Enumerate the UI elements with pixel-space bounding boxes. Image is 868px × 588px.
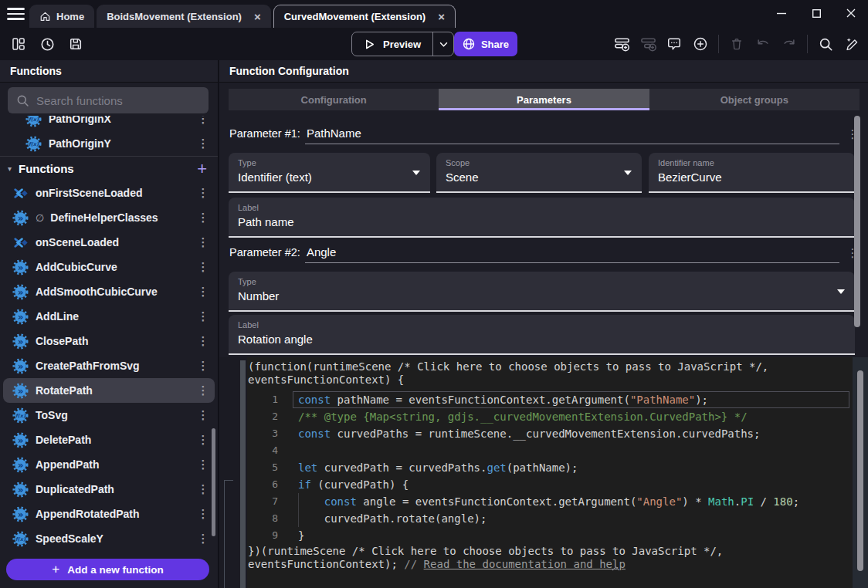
param1-label-field[interactable]: Label Path name bbox=[229, 198, 855, 238]
svg-text:»: » bbox=[18, 459, 24, 470]
close-window-icon[interactable] bbox=[844, 6, 858, 20]
code-lines[interactable]: 1const pathName = eventsFunctionContext.… bbox=[247, 391, 853, 544]
code-scrollbar-track[interactable] bbox=[853, 357, 868, 588]
kebab-menu-icon[interactable]: ⋮ bbox=[196, 235, 210, 249]
function-list-item-deletepath[interactable]: »DeletePath⋮ bbox=[0, 427, 218, 452]
code-token: ); bbox=[695, 394, 708, 406]
param1-scope-field[interactable]: Scope Scene bbox=[436, 153, 642, 193]
function-list-item-appendpath[interactable]: »AppendPath⋮ bbox=[0, 452, 218, 477]
collapse-caret-icon[interactable]: ▾ bbox=[8, 164, 12, 173]
kebab-menu-icon[interactable]: ⋮ bbox=[196, 458, 210, 471]
add-function-plus-icon[interactable]: + bbox=[197, 161, 207, 177]
tab-parameters[interactable]: Parameters bbox=[439, 89, 649, 110]
function-list-item-definehelperclasses[interactable]: »∅DefineHelperClasses⋮ bbox=[0, 205, 218, 230]
close-icon[interactable]: × bbox=[438, 11, 445, 22]
sidebar-scrollbar[interactable] bbox=[212, 428, 215, 536]
param2-type-field[interactable]: Type Number bbox=[229, 272, 855, 312]
code-line-1[interactable]: 1const pathName = eventsFunctionContext.… bbox=[247, 391, 853, 408]
kebab-menu-icon[interactable]: ⋮ bbox=[196, 359, 210, 373]
collapse-up-icon[interactable] bbox=[612, 566, 620, 572]
param2-label-field[interactable]: Label Rotation angle bbox=[229, 315, 855, 355]
main-menu-icon[interactable] bbox=[7, 8, 25, 20]
kebab-menu-icon[interactable]: ⋮ bbox=[196, 116, 210, 126]
tab-home[interactable]: Home bbox=[29, 5, 94, 28]
code-line-8[interactable]: 8 curvedPath.rotate(angle); bbox=[247, 510, 853, 527]
dropdown-arrow-icon[interactable] bbox=[624, 171, 632, 175]
function-list-item-pathoriginx[interactable]: f(x)PathOriginX⋮ bbox=[0, 116, 218, 131]
kebab-menu-icon[interactable]: ⋮ bbox=[196, 408, 210, 422]
event-drag-handle[interactable] bbox=[240, 360, 246, 588]
search-functions-input[interactable] bbox=[36, 94, 200, 107]
edit-extension-icon[interactable] bbox=[843, 35, 860, 52]
function-list-item-pathoriginy[interactable]: f(x)PathOriginY⋮ bbox=[0, 131, 218, 156]
code-line-4[interactable]: 4 bbox=[247, 442, 853, 459]
code-line-7[interactable]: 7 const angle = eventsFunctionContext.ge… bbox=[247, 493, 853, 510]
function-list-item-appendrotatedpath[interactable]: »AppendRotatedPath⋮ bbox=[0, 502, 218, 526]
param1-identifier-field[interactable]: Identifier name BezierCurve bbox=[649, 153, 855, 193]
kebab-menu-icon[interactable]: ⋮ bbox=[196, 334, 210, 348]
minimize-icon[interactable] bbox=[775, 6, 788, 20]
toolbar-divider bbox=[718, 35, 719, 53]
function-list-item-onsceneloaded[interactable]: onSceneLoaded⋮ bbox=[0, 230, 218, 255]
kebab-menu-icon[interactable]: ⋮ bbox=[196, 384, 210, 397]
kebab-menu-icon[interactable]: ⋮ bbox=[196, 433, 210, 447]
function-configuration-panel: Function Configuration Configuration Par… bbox=[219, 60, 868, 588]
kebab-menu-icon[interactable]: ⋮ bbox=[196, 507, 210, 521]
function-list-item-onfirstsceneloaded[interactable]: onFirstSceneLoaded⋮ bbox=[0, 181, 218, 205]
code-editor[interactable]: (function(runtimeScene /* Click here to … bbox=[247, 357, 853, 588]
kebab-menu-icon[interactable]: ⋮ bbox=[196, 137, 210, 150]
functions-section-header[interactable]: ▾ Functions + bbox=[0, 156, 218, 181]
sidebar-title-label: Functions bbox=[10, 65, 62, 77]
kebab-menu-icon[interactable]: ⋮ bbox=[196, 285, 210, 299]
config-scrollbar[interactable] bbox=[854, 116, 860, 327]
function-list-item-createpathfromsvg[interactable]: »CreatePathFromSvg⋮ bbox=[0, 353, 218, 378]
add-circle-icon[interactable] bbox=[692, 35, 709, 52]
search-icon[interactable] bbox=[817, 35, 834, 52]
dropdown-arrow-icon[interactable] bbox=[837, 289, 845, 294]
function-list-item-speedscaley[interactable]: f(x)SpeedScaleY⋮ bbox=[0, 526, 218, 551]
function-list-item-addsmoothcubiccurve[interactable]: »AddSmoothCubicCurve⋮ bbox=[0, 279, 218, 304]
function-list-item-tosvg[interactable]: f(x)ToSvg⋮ bbox=[0, 403, 218, 427]
kebab-menu-icon[interactable]: ⋮ bbox=[196, 532, 210, 546]
add-comment-icon[interactable] bbox=[666, 35, 683, 52]
tab-configuration[interactable]: Configuration bbox=[229, 89, 439, 110]
parameter-1-name-input[interactable]: PathName bbox=[305, 127, 839, 144]
share-button[interactable]: Share bbox=[454, 32, 517, 56]
search-box[interactable] bbox=[8, 87, 209, 113]
function-list-item-closepath[interactable]: »ClosePath⋮ bbox=[0, 329, 218, 353]
param1-type-field[interactable]: Type Identifier (text) bbox=[229, 153, 430, 193]
kebab-menu-icon[interactable]: ⋮ bbox=[196, 186, 210, 200]
maximize-icon[interactable] bbox=[809, 6, 823, 20]
code-header[interactable]: (function(runtimeScene /* Click here to … bbox=[248, 360, 768, 386]
tab-boidsmovement[interactable]: BoidsMovement (Extension) × bbox=[97, 5, 271, 28]
panels-icon[interactable] bbox=[10, 35, 27, 52]
kebab-menu-icon[interactable]: ⋮ bbox=[196, 260, 210, 274]
function-list-item-addline[interactable]: »AddLine⋮ bbox=[0, 304, 218, 329]
add-event-icon[interactable] bbox=[613, 35, 630, 52]
code-scrollbar-thumb[interactable] bbox=[857, 370, 863, 571]
kebab-menu-icon[interactable]: ⋮ bbox=[196, 211, 210, 225]
preview-main[interactable]: Preview bbox=[352, 32, 432, 56]
save-icon[interactable] bbox=[67, 35, 84, 52]
kebab-menu-icon[interactable]: ⋮ bbox=[196, 309, 210, 323]
dropdown-arrow-icon[interactable] bbox=[412, 171, 420, 175]
kebab-menu-icon[interactable]: ⋮ bbox=[196, 482, 210, 496]
tab-object-groups[interactable]: Object groups bbox=[649, 89, 860, 110]
close-icon[interactable]: × bbox=[254, 11, 261, 22]
tab-curvedmovement[interactable]: CurvedMovement (Extension) × bbox=[273, 5, 456, 28]
add-new-function-button[interactable]: + Add a new function bbox=[6, 559, 209, 580]
parameter-2-name-input[interactable]: Angle bbox=[305, 245, 839, 263]
code-line-3[interactable]: 3const curvedPaths = runtimeScene.__curv… bbox=[247, 425, 853, 442]
function-list-item-duplicatedpath[interactable]: »DuplicatedPath⋮ bbox=[0, 477, 218, 502]
history-icon[interactable] bbox=[39, 35, 56, 52]
documentation-link[interactable]: Read the documentation and help bbox=[424, 558, 626, 570]
code-line-5[interactable]: 5let curvedPath = curvedPaths.get(pathNa… bbox=[247, 459, 853, 476]
code-line-2[interactable]: 2/** @type {Map<string, gdjs.__curvedMov… bbox=[247, 408, 853, 425]
preview-button[interactable]: Preview bbox=[351, 32, 454, 56]
code-line-6[interactable]: 6if (curvedPath) { bbox=[247, 476, 853, 493]
code-line-9[interactable]: 9} bbox=[247, 527, 853, 544]
function-list-item-addcubiccurve[interactable]: »AddCubicCurve⋮ bbox=[0, 255, 218, 279]
preview-options-button[interactable] bbox=[432, 32, 453, 56]
function-list-item-rotatepath[interactable]: »RotatePath⋮ bbox=[3, 378, 215, 403]
action-function-icon: » bbox=[12, 482, 29, 498]
